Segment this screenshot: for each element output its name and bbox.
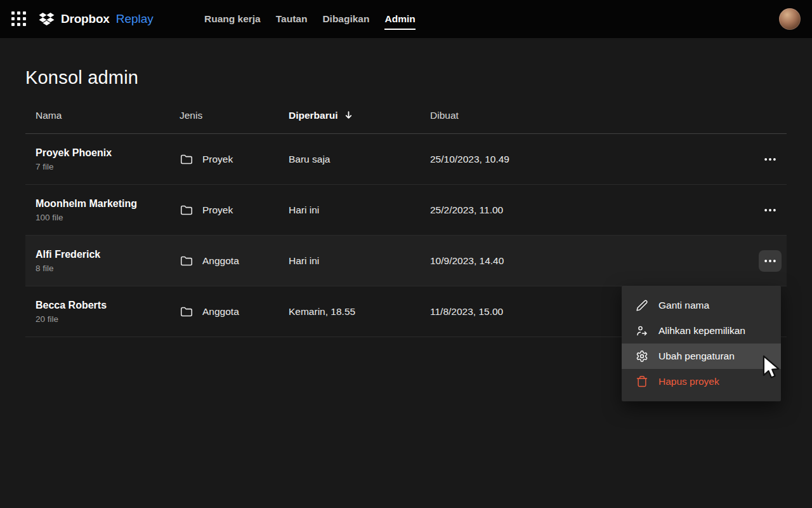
topbar: Dropbox Replay Ruang kerja Tautan Dibagi… bbox=[0, 0, 812, 38]
row-name: Moonhelm Marketing bbox=[36, 198, 180, 210]
dropbox-replay-logo[interactable]: Dropbox Replay bbox=[38, 11, 154, 27]
apps-grid-icon[interactable] bbox=[11, 11, 27, 27]
table-row[interactable]: Alfi Frederick 8 file Anggota Hari ini 1… bbox=[25, 236, 787, 286]
row-file-count: 20 file bbox=[36, 314, 180, 324]
table-row[interactable]: Proyek Phoenix 7 file Proyek Baru saja 2… bbox=[25, 134, 787, 185]
column-header-diperbarui-label: Diperbarui bbox=[289, 110, 338, 121]
row-created: 25/2/2023, 11.00 bbox=[430, 204, 746, 216]
row-updated: Kemarin, 18.55 bbox=[289, 306, 430, 318]
menu-item-ganti-nama[interactable]: Ganti nama bbox=[622, 293, 781, 318]
more-actions-button[interactable] bbox=[759, 149, 782, 170]
folder-icon bbox=[180, 203, 193, 217]
menu-item-label: Ubah pengaturan bbox=[658, 351, 735, 362]
row-context-menu: Ganti nama Alihkan kepemilikan Ubah peng… bbox=[622, 286, 781, 401]
nav-item-tautan[interactable]: Tautan bbox=[276, 8, 308, 30]
row-updated: Hari ini bbox=[289, 204, 430, 216]
column-header-nama[interactable]: Nama bbox=[36, 110, 180, 121]
menu-item-ubah-pengaturan[interactable]: Ubah pengaturan bbox=[622, 344, 781, 369]
menu-item-label: Ganti nama bbox=[658, 300, 709, 311]
folder-icon bbox=[180, 305, 193, 319]
row-name: Proyek Phoenix bbox=[36, 147, 180, 159]
dropbox-glyph-icon bbox=[38, 11, 55, 27]
row-name: Becca Roberts bbox=[36, 300, 180, 311]
page-title: Konsol admin bbox=[25, 67, 787, 88]
ellipsis-icon bbox=[763, 254, 777, 268]
table-header: Nama Jenis Diperbarui Dibuat bbox=[25, 97, 787, 134]
row-name: Alfi Frederick bbox=[36, 249, 180, 260]
ellipsis-icon bbox=[763, 152, 777, 166]
more-actions-button[interactable] bbox=[759, 199, 782, 221]
nav-item-dibagikan[interactable]: Dibagikan bbox=[322, 8, 369, 30]
row-type: Proyek bbox=[202, 154, 233, 165]
menu-item-label: Hapus proyek bbox=[658, 376, 719, 387]
folder-icon bbox=[180, 254, 193, 268]
table-row[interactable]: Moonhelm Marketing 100 file Proyek Hari … bbox=[25, 185, 787, 236]
row-file-count: 100 file bbox=[36, 213, 180, 222]
nav-item-admin[interactable]: Admin bbox=[384, 8, 415, 30]
user-avatar[interactable] bbox=[779, 8, 801, 30]
gear-icon bbox=[636, 350, 648, 363]
row-type: Anggota bbox=[202, 255, 239, 267]
menu-item-label: Alihkan kepemilikan bbox=[658, 325, 745, 337]
nav-item-ruang-kerja[interactable]: Ruang kerja bbox=[204, 8, 261, 30]
brand-product: Replay bbox=[116, 12, 154, 26]
row-file-count: 7 file bbox=[36, 162, 180, 171]
trash-icon bbox=[636, 375, 648, 388]
row-file-count: 8 file bbox=[36, 264, 180, 273]
row-created: 10/9/2023, 14.40 bbox=[430, 255, 746, 267]
more-actions-button-open[interactable] bbox=[759, 250, 782, 272]
row-updated: Baru saja bbox=[289, 154, 430, 165]
row-updated: Hari ini bbox=[289, 255, 430, 267]
ellipsis-icon bbox=[763, 203, 777, 217]
brand-name: Dropbox bbox=[61, 12, 110, 26]
transfer-ownership-icon bbox=[636, 324, 648, 337]
primary-nav: Ruang kerja Tautan Dibagikan Admin bbox=[204, 0, 416, 38]
column-header-jenis[interactable]: Jenis bbox=[180, 110, 289, 121]
menu-item-hapus-proyek[interactable]: Hapus proyek bbox=[622, 369, 781, 394]
row-type: Proyek bbox=[202, 204, 233, 216]
row-type: Anggota bbox=[202, 306, 239, 318]
pencil-icon bbox=[636, 299, 648, 312]
sort-arrow-down-icon bbox=[344, 110, 353, 120]
column-header-diperbarui[interactable]: Diperbarui bbox=[289, 110, 430, 121]
menu-item-alihkan-kepemilikan[interactable]: Alihkan kepemilikan bbox=[622, 318, 781, 344]
folder-icon bbox=[180, 152, 193, 166]
row-created: 25/10/2023, 10.49 bbox=[430, 154, 746, 165]
column-header-dibuat[interactable]: Dibuat bbox=[430, 110, 746, 121]
